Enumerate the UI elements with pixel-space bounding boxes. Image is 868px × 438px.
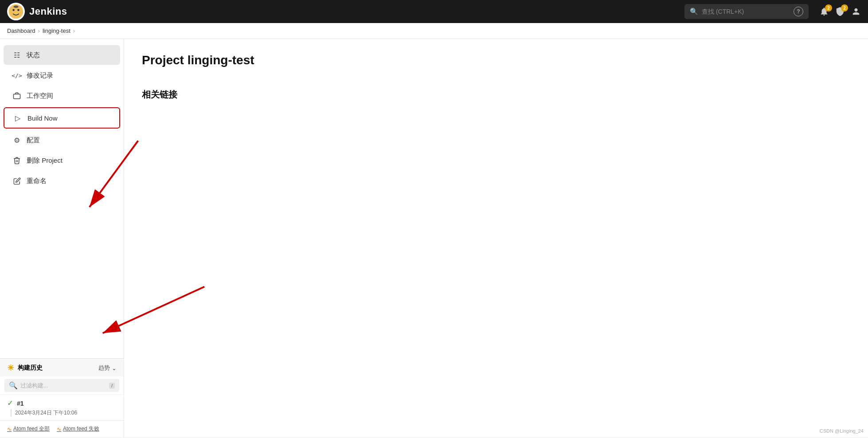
sidebar-label-changes: 修改记录 xyxy=(27,71,53,80)
jenkins-avatar xyxy=(7,3,25,20)
sidebar-item-configure[interactable]: ⚙ 配置 xyxy=(4,130,120,150)
sidebar-nav: ☷ 状态 </> 修改记录 工作空间 ▷ Bu xyxy=(0,44,124,353)
notification-count: 2 xyxy=(825,4,832,12)
security-count: 2 xyxy=(841,4,848,12)
search-bar[interactable]: 🔍 ? xyxy=(684,4,809,19)
related-links-heading: 相关链接 xyxy=(142,89,850,101)
build-number: #1 xyxy=(17,400,24,407)
sidebar-item-rename[interactable]: 重命名 xyxy=(4,171,120,191)
build-footer: ∿ Atom feed 全部 ∿ Atom feed 失败 xyxy=(0,420,124,437)
build-item-1[interactable]: ✓ #1 2024年3月24日 下午10:06 xyxy=(0,395,124,420)
svg-point-3 xyxy=(14,6,19,8)
search-icon: 🔍 xyxy=(690,8,698,16)
slash-shortcut: / xyxy=(109,383,115,389)
build-now-icon: ▷ xyxy=(13,113,22,122)
trend-label: 趋势 xyxy=(98,364,110,372)
status-icon: ☷ xyxy=(12,51,21,59)
workspace-icon xyxy=(12,91,21,100)
svg-point-1 xyxy=(12,9,14,11)
search-icon: 🔍 xyxy=(9,381,18,390)
rss-icon-all: ∿ xyxy=(7,426,12,432)
breadcrumb-sep-2: › xyxy=(73,27,75,34)
user-avatar[interactable] xyxy=(851,7,861,16)
sidebar-label-configure: 配置 xyxy=(27,136,40,145)
sun-icon: ☀ xyxy=(7,363,14,373)
watermark: CSDN @Linging_24 xyxy=(820,428,864,434)
topnav-icons: 2 2 xyxy=(819,7,861,16)
notification-bell[interactable]: 2 xyxy=(819,7,829,16)
sidebar-item-status[interactable]: ☷ 状态 xyxy=(4,45,120,65)
build-success-icon: ✓ xyxy=(7,399,13,408)
svg-rect-4 xyxy=(14,94,20,99)
top-navigation: Jenkins 🔍 ? 2 2 xyxy=(0,0,868,23)
sidebar-item-build-now[interactable]: ▷ Build Now xyxy=(4,107,120,129)
changes-icon: </> xyxy=(12,71,21,80)
project-title: Project linging-test xyxy=(142,53,850,67)
sidebar-label-delete: 删除 Project xyxy=(27,156,63,165)
build-history-header: ☀ 构建历史 趋势 ⌄ xyxy=(0,359,124,376)
sidebar-label-rename: 重命名 xyxy=(27,177,47,185)
sidebar-label-workspace: 工作空间 xyxy=(27,92,53,100)
jenkins-logo[interactable]: Jenkins xyxy=(7,3,67,20)
sidebar-item-changes[interactable]: </> 修改记录 xyxy=(4,66,120,85)
sidebar-label-build-now: Build Now xyxy=(27,114,58,122)
trend-button[interactable]: 趋势 ⌄ xyxy=(98,364,117,372)
svg-point-2 xyxy=(17,9,20,11)
main-content: Project linging-test 相关链接 xyxy=(124,39,868,437)
build-history-title-row: ☀ 构建历史 xyxy=(7,363,43,373)
build-search-bar[interactable]: 🔍 / xyxy=(4,379,119,392)
breadcrumb-sep-1: › xyxy=(38,27,40,34)
build-history-label: 构建历史 xyxy=(18,364,43,372)
feed-failed-label: Atom feed 失败 xyxy=(63,425,99,433)
build-filter-input[interactable] xyxy=(20,382,106,389)
feed-all-label: Atom feed 全部 xyxy=(13,425,50,433)
sidebar-item-workspace[interactable]: 工作空间 xyxy=(4,86,120,106)
atom-feed-failed[interactable]: ∿ Atom feed 失败 xyxy=(57,425,99,433)
sidebar: ☷ 状态 </> 修改记录 工作空间 ▷ Bu xyxy=(0,39,124,437)
search-input[interactable] xyxy=(702,8,790,15)
chevron-down-icon: ⌄ xyxy=(112,365,117,372)
breadcrumb-project[interactable]: linging-test xyxy=(43,27,70,34)
delete-icon xyxy=(12,156,21,165)
security-shield[interactable]: 2 xyxy=(835,7,845,16)
breadcrumb-dashboard[interactable]: Dashboard xyxy=(7,27,35,34)
rss-icon-failed: ∿ xyxy=(57,426,61,432)
sidebar-label-status: 状态 xyxy=(27,51,40,59)
breadcrumb: Dashboard › linging-test › xyxy=(0,23,868,39)
atom-feed-all[interactable]: ∿ Atom feed 全部 xyxy=(7,425,50,433)
sidebar-item-delete[interactable]: 删除 Project xyxy=(4,151,120,170)
build-history-section: ☀ 构建历史 趋势 ⌄ 🔍 / ✓ #1 2024年3月24日 下午10:06 xyxy=(0,358,124,437)
help-icon[interactable]: ? xyxy=(794,7,803,16)
configure-icon: ⚙ xyxy=(12,136,21,145)
rename-icon xyxy=(12,176,21,185)
build-date: 2024年3月24日 下午10:06 xyxy=(11,409,117,417)
app-title: Jenkins xyxy=(29,6,67,17)
